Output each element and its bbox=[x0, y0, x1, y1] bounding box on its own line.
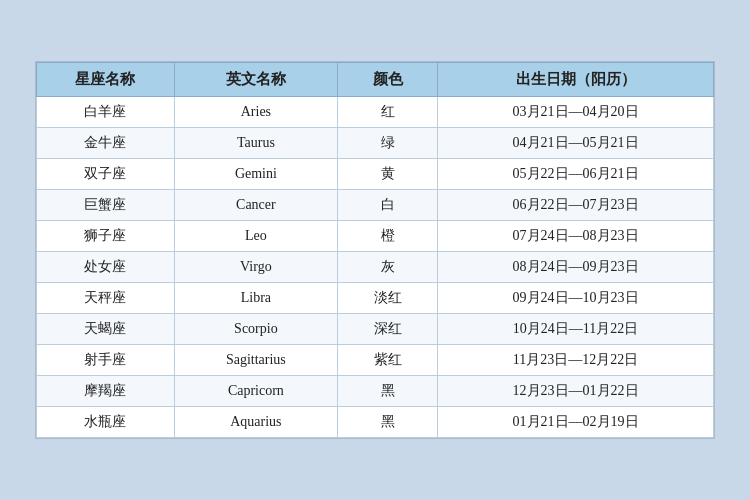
cell-chinese-name: 天秤座 bbox=[37, 283, 175, 314]
cell-english-name: Scorpio bbox=[174, 314, 337, 345]
cell-english-name: Libra bbox=[174, 283, 337, 314]
cell-dates: 04月21日—05月21日 bbox=[438, 128, 714, 159]
zodiac-table: 星座名称 英文名称 颜色 出生日期（阳历） 白羊座Aries红03月21日—04… bbox=[36, 62, 714, 438]
cell-chinese-name: 摩羯座 bbox=[37, 376, 175, 407]
cell-color: 黄 bbox=[337, 159, 437, 190]
cell-color: 绿 bbox=[337, 128, 437, 159]
cell-chinese-name: 天蝎座 bbox=[37, 314, 175, 345]
cell-chinese-name: 白羊座 bbox=[37, 97, 175, 128]
zodiac-table-container: 星座名称 英文名称 颜色 出生日期（阳历） 白羊座Aries红03月21日—04… bbox=[35, 61, 715, 439]
cell-chinese-name: 狮子座 bbox=[37, 221, 175, 252]
table-row: 天秤座Libra淡红09月24日—10月23日 bbox=[37, 283, 714, 314]
cell-color: 深红 bbox=[337, 314, 437, 345]
cell-color: 灰 bbox=[337, 252, 437, 283]
cell-english-name: Taurus bbox=[174, 128, 337, 159]
cell-chinese-name: 巨蟹座 bbox=[37, 190, 175, 221]
cell-english-name: Aquarius bbox=[174, 407, 337, 438]
table-row: 金牛座Taurus绿04月21日—05月21日 bbox=[37, 128, 714, 159]
header-color: 颜色 bbox=[337, 63, 437, 97]
header-chinese-name: 星座名称 bbox=[37, 63, 175, 97]
cell-chinese-name: 处女座 bbox=[37, 252, 175, 283]
cell-dates: 10月24日—11月22日 bbox=[438, 314, 714, 345]
cell-dates: 12月23日—01月22日 bbox=[438, 376, 714, 407]
cell-chinese-name: 双子座 bbox=[37, 159, 175, 190]
table-row: 处女座Virgo灰08月24日—09月23日 bbox=[37, 252, 714, 283]
cell-color: 淡红 bbox=[337, 283, 437, 314]
header-dates: 出生日期（阳历） bbox=[438, 63, 714, 97]
cell-color: 白 bbox=[337, 190, 437, 221]
cell-dates: 09月24日—10月23日 bbox=[438, 283, 714, 314]
cell-color: 红 bbox=[337, 97, 437, 128]
cell-chinese-name: 射手座 bbox=[37, 345, 175, 376]
cell-english-name: Sagittarius bbox=[174, 345, 337, 376]
table-header-row: 星座名称 英文名称 颜色 出生日期（阳历） bbox=[37, 63, 714, 97]
cell-english-name: Cancer bbox=[174, 190, 337, 221]
cell-chinese-name: 水瓶座 bbox=[37, 407, 175, 438]
cell-dates: 06月22日—07月23日 bbox=[438, 190, 714, 221]
cell-english-name: Capricorn bbox=[174, 376, 337, 407]
cell-english-name: Gemini bbox=[174, 159, 337, 190]
table-body: 白羊座Aries红03月21日—04月20日金牛座Taurus绿04月21日—0… bbox=[37, 97, 714, 438]
cell-chinese-name: 金牛座 bbox=[37, 128, 175, 159]
table-row: 巨蟹座Cancer白06月22日—07月23日 bbox=[37, 190, 714, 221]
cell-dates: 11月23日—12月22日 bbox=[438, 345, 714, 376]
cell-english-name: Virgo bbox=[174, 252, 337, 283]
header-english-name: 英文名称 bbox=[174, 63, 337, 97]
cell-english-name: Leo bbox=[174, 221, 337, 252]
cell-dates: 01月21日—02月19日 bbox=[438, 407, 714, 438]
cell-dates: 03月21日—04月20日 bbox=[438, 97, 714, 128]
cell-dates: 07月24日—08月23日 bbox=[438, 221, 714, 252]
cell-color: 橙 bbox=[337, 221, 437, 252]
table-row: 射手座Sagittarius紫红11月23日—12月22日 bbox=[37, 345, 714, 376]
table-row: 摩羯座Capricorn黑12月23日—01月22日 bbox=[37, 376, 714, 407]
table-row: 水瓶座Aquarius黑01月21日—02月19日 bbox=[37, 407, 714, 438]
table-row: 双子座Gemini黄05月22日—06月21日 bbox=[37, 159, 714, 190]
cell-dates: 05月22日—06月21日 bbox=[438, 159, 714, 190]
table-row: 狮子座Leo橙07月24日—08月23日 bbox=[37, 221, 714, 252]
cell-color: 紫红 bbox=[337, 345, 437, 376]
table-row: 天蝎座Scorpio深红10月24日—11月22日 bbox=[37, 314, 714, 345]
cell-english-name: Aries bbox=[174, 97, 337, 128]
table-row: 白羊座Aries红03月21日—04月20日 bbox=[37, 97, 714, 128]
cell-color: 黑 bbox=[337, 376, 437, 407]
cell-dates: 08月24日—09月23日 bbox=[438, 252, 714, 283]
cell-color: 黑 bbox=[337, 407, 437, 438]
